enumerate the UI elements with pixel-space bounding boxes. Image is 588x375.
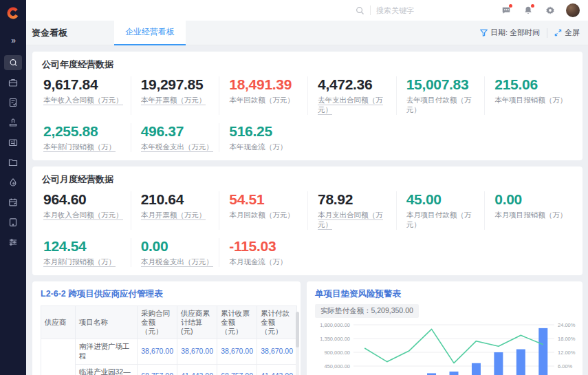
project-name-cell: 临港产业园32—04#楼主体工程 [76,364,138,375]
date-filter[interactable]: 日期: 全部时间 [480,28,540,38]
search-icon[interactable] [356,6,364,15]
kpi-label: 本年税金支出（万元） [141,142,219,152]
sidebar-item-calendar[interactable] [4,195,22,210]
search-divider [370,6,371,15]
messages-badge [509,4,512,8]
folder-icon [8,157,19,168]
kpi-item: 78.92本月支出合同额（万元） [307,191,396,230]
kpi-value: 0.00 [494,191,573,208]
sidebar-item-sliders[interactable] [4,235,22,250]
search-icon [8,57,19,68]
toolbar-divider [547,28,547,38]
amount-link[interactable]: 68,757.00 [138,364,177,375]
kpi-label: 本年项目报销额（万） [494,96,573,105]
month-kpi-grid: 964.60本月收入合同额（万元）210.64本月开票额（万元）54.51本月回… [42,191,573,267]
kpi-label: 本年部门报销额（万） [43,142,131,152]
kpi-label: 去年支出合同额（万元） [318,96,396,115]
kpi-label: 本月项目付款额（万元） [406,211,485,230]
svg-text:1,350,000.00: 1,350,000.00 [320,336,350,342]
amount-link[interactable]: 38,670.00 [257,339,297,364]
kpi-label: 本月税金支出（万元） [141,257,219,267]
id-card-icon [8,137,19,148]
sidebar-item-search[interactable] [4,55,22,70]
month-kpi-card: 公司月度经营数据 964.60本月收入合同额（万元）210.64本月开票额（万元… [32,167,582,275]
user-avatar[interactable] [566,3,580,17]
svg-text:24.00%: 24.00% [558,322,576,328]
expand-icon [554,29,562,36]
amount-link[interactable]: 38,670.00 [177,339,217,364]
year-kpi-grid: 9,617.84本年收入合同额（万元）19,297.85本年开票额（万元）18,… [42,76,573,152]
svg-text:900,000.00: 900,000.00 [324,350,350,356]
kpi-label: 本月项目报销额（万） [494,211,573,220]
svg-text:6.00%: 6.00% [558,363,573,369]
kpi-label: 本月开票额（万元） [141,211,219,220]
table-scrollbar-thumb[interactable] [296,312,299,347]
supplier-table-wrap: 供应商项目名称采购合同金额（元）供应商累计结算(元)累计收票金额（元）累计付款金… [41,306,296,375]
settings-button[interactable] [544,4,556,17]
filter-icon [480,29,488,36]
stamp-icon [8,117,19,128]
kpi-item: 19,297.85本年开票额（万元） [131,76,219,115]
bar[interactable] [494,352,503,375]
bar[interactable] [516,350,525,375]
kpi-item: 215.06本年项目报销额（万） [484,76,573,115]
bar[interactable] [472,363,481,375]
kpi-label: 去年项目付款额（万元） [406,96,485,115]
kpi-label: 本年开票额（万元） [141,96,219,105]
month-card-title: 公司月度经营数据 [42,173,573,186]
sidebar-item-folder[interactable] [4,155,22,170]
kpi-item: -115.03本月现金流（万） [219,238,307,267]
messages-button[interactable] [500,4,512,17]
app-logo [6,6,21,21]
board-title[interactable]: 资金看板 [32,27,67,39]
sidebar-item-tablet[interactable] [4,215,22,230]
kpi-label: 本月回款额（万元） [229,211,307,220]
sidebar-collapse-toggle[interactable]: » [11,36,15,45]
kpi-value: 78.92 [318,191,396,208]
kpi-value: 54.51 [229,191,307,208]
top-header [26,0,588,21]
table-header: 采购合同金额（元） [138,306,177,339]
risk-warning-card: 单项目垫资风险预警表 实际垫付金额：5,209,350.00 1,800,000… [307,281,582,375]
bar[interactable] [538,328,547,375]
amount-link[interactable]: 38,670.00 [138,339,177,364]
kpi-item: 2,255.88本年部门报销额（万） [42,123,131,152]
supplier-cell: 西安云峰建材有限公司 [41,339,76,375]
kpi-label: 本年收入合同额（万元） [43,96,131,105]
notifications-button[interactable] [522,4,534,17]
bar[interactable] [450,372,459,375]
kpi-item: 18,491.39本年回款额（万元） [219,76,307,115]
table-scrollbar[interactable] [296,312,299,375]
droplet-icon [8,177,19,188]
sidebar-item-stamp[interactable] [4,115,22,130]
search-input[interactable] [376,6,438,14]
sliders-icon [8,237,19,248]
kpi-label: 本月支出合同额（万元） [318,211,396,230]
sidebar-item-briefcase[interactable] [4,75,22,90]
tablet-icon [8,217,19,228]
kpi-label: 本月现金流（万） [229,257,307,267]
sidebar-item-id-card[interactable] [4,135,22,150]
kpi-value: -115.03 [229,238,307,255]
supplier-table-title: L2-6-2 跨项目供应商应付管理表 [41,288,301,300]
project-name-cell: 南洋进贤广场工程 [76,339,138,364]
kpi-value: 2,255.88 [43,123,131,140]
sidebar-item-droplet[interactable] [4,175,22,190]
kpi-item: 15,007.83去年项目付款额（万元） [396,76,485,115]
sidebar-item-document-check[interactable] [4,95,22,110]
fullscreen-button[interactable]: 全屏 [554,28,580,38]
amount-link[interactable]: 41,443.00 [177,364,217,375]
table-header: 累计收票金额（元） [217,306,257,339]
amount-link[interactable]: 38,670.00 [217,339,257,364]
amount-link[interactable]: 68,757.00 [217,364,257,375]
kpi-item: 9,617.84本年收入合同额（万元） [42,76,131,115]
kpi-item: 516.25本年现金流（万） [219,123,307,152]
kpi-value: 496.37 [141,123,219,140]
kpi-value: 9,617.84 [43,76,131,93]
chart-canvas[interactable]: 1,800,000.0024.00%1,350,000.0018.00%900,… [315,319,574,375]
amount-link[interactable]: 41,443.00 [257,364,297,375]
table-header: 项目名称 [76,306,138,339]
tab-bar: 资金看板 企业经营看板 日期: 全部时间 全屏 [26,21,588,45]
kpi-item: 0.00本月税金支出（万元） [131,238,219,267]
tab-enterprise-dashboard[interactable]: 企业经营看板 [114,21,186,45]
